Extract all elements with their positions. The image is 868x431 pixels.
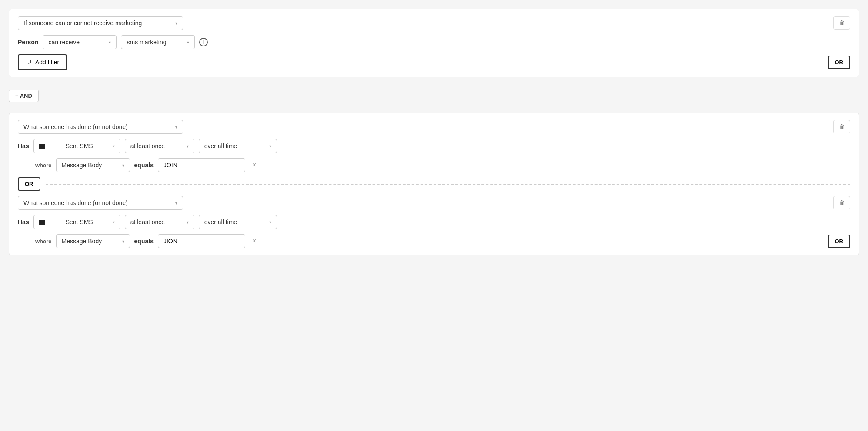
block3-where-label: where xyxy=(35,238,52,245)
block2-condition-select[interactable]: What someone has done (or not done) ▾ xyxy=(18,120,183,134)
connector-line-1 xyxy=(35,79,35,86)
block2-or-button[interactable]: OR xyxy=(18,177,40,191)
block2-time-chevron: ▾ xyxy=(269,144,271,149)
block1-person-row: Person can receive ▾ sms marketing ▾ i xyxy=(18,35,850,49)
filter-block-1-inner: If someone can or cannot receive marketi… xyxy=(9,9,859,77)
block2-time-label: over all time xyxy=(204,143,237,149)
block2-equals-label: equals xyxy=(134,162,154,169)
block1-marketing-chevron: ▾ xyxy=(187,40,189,45)
block2-where-label: where xyxy=(35,162,52,169)
block1-condition-select[interactable]: If someone can or cannot receive marketi… xyxy=(18,16,183,30)
block1-condition-chevron: ▾ xyxy=(175,21,177,26)
block2-where-row: where Message Body ▾ equals × xyxy=(18,158,850,172)
block2-or-divider: OR xyxy=(18,177,850,191)
block2-frequency-label: at least once xyxy=(130,143,165,149)
filter-block-2: What someone has done (or not done) ▾ 🗑 … xyxy=(9,113,859,255)
block2-clear-icon[interactable]: × xyxy=(250,160,259,170)
block2-value-input[interactable] xyxy=(158,158,245,172)
block1-can-receive-chevron: ▾ xyxy=(109,40,111,45)
block1-marketing-type-label: sms marketing xyxy=(127,39,166,46)
block3-delete-icon: 🗑 xyxy=(839,199,845,206)
block1-add-filter-label: Add filter xyxy=(35,59,59,66)
block1-or-button[interactable]: OR xyxy=(828,56,851,69)
block3-event-label: Sent SMS xyxy=(66,219,93,225)
block2-field-chevron: ▾ xyxy=(122,163,124,168)
block3-event-select[interactable]: Sent SMS ▾ xyxy=(33,215,120,229)
funnel-icon: ⛉ xyxy=(26,59,32,66)
block3-equals-label: equals xyxy=(134,238,154,245)
block3-field-chevron: ▾ xyxy=(122,239,124,244)
block1-delete-icon: 🗑 xyxy=(839,20,845,26)
block3-clear-icon[interactable]: × xyxy=(250,236,259,246)
connector-line-2 xyxy=(35,106,35,113)
block3-frequency-label: at least once xyxy=(130,219,165,225)
block1-can-receive-select[interactable]: can receive ▾ xyxy=(43,35,117,49)
block1-marketing-type-select[interactable]: sms marketing ▾ xyxy=(121,35,195,49)
and-section: + AND xyxy=(9,90,859,102)
block2-delete-button[interactable]: 🗑 xyxy=(833,120,850,133)
block2-event-select[interactable]: Sent SMS ▾ xyxy=(33,139,120,153)
block3-frequency-chevron: ▾ xyxy=(187,220,189,225)
block2-field-select[interactable]: Message Body ▾ xyxy=(56,158,130,172)
block3-delete-button[interactable]: 🗑 xyxy=(833,196,850,209)
block3-event-chevron: ▾ xyxy=(113,220,115,225)
block1-top-row: If someone can or cannot receive marketi… xyxy=(18,16,850,30)
block3-top-row: What someone has done (or not done) ▾ 🗑 xyxy=(18,196,850,210)
block2-condition-chevron: ▾ xyxy=(175,125,177,129)
block3-condition-label: What someone has done (or not done) xyxy=(23,199,128,206)
block3-has-row: Has Sent SMS ▾ at least once ▾ over all … xyxy=(18,215,850,229)
block3-condition-select[interactable]: What someone has done (or not done) ▾ xyxy=(18,196,183,210)
flag-icon-2 xyxy=(39,144,45,149)
block2-top-row: What someone has done (or not done) ▾ 🗑 xyxy=(18,120,850,134)
block3-frequency-select[interactable]: at least once ▾ xyxy=(125,215,194,229)
block2-event-label: Sent SMS xyxy=(66,143,93,149)
block3-where-row: where Message Body ▾ equals × OR xyxy=(18,234,850,248)
block2-delete-icon: 🗑 xyxy=(839,123,845,130)
block1-or-label: OR xyxy=(835,59,844,66)
block3-time-label: over all time xyxy=(204,219,237,225)
block2-has-row: Has Sent SMS ▾ at least once ▾ over all … xyxy=(18,139,850,153)
block3-has-label: Has xyxy=(18,219,29,225)
block1-add-filter-row: ⛉ Add filter OR xyxy=(18,54,850,70)
block2-event-chevron: ▾ xyxy=(113,144,115,149)
block1-condition-label: If someone can or cannot receive marketi… xyxy=(23,20,142,27)
block2-frequency-chevron: ▾ xyxy=(187,144,189,149)
block3-condition-chevron: ▾ xyxy=(175,201,177,206)
block2-or-divider-line xyxy=(46,184,851,185)
and-button-label: + AND xyxy=(15,93,32,99)
block1-can-receive-label: can receive xyxy=(48,39,80,46)
block2-frequency-select[interactable]: at least once ▾ xyxy=(125,139,194,153)
filter-block-2-inner: What someone has done (or not done) ▾ 🗑 … xyxy=(9,113,859,255)
block2-or-label: OR xyxy=(25,181,33,187)
block3-time-chevron: ▾ xyxy=(269,220,271,225)
block3-field-select[interactable]: Message Body ▾ xyxy=(56,234,130,248)
block3-field-label: Message Body xyxy=(62,238,102,245)
block1-person-label: Person xyxy=(18,39,38,46)
flag-icon-3 xyxy=(39,220,45,225)
filter-block-1: If someone can or cannot receive marketi… xyxy=(9,9,859,77)
block3-or-button[interactable]: OR xyxy=(828,235,851,248)
block3-inner: What someone has done (or not done) ▾ 🗑 … xyxy=(18,196,850,248)
block3-time-select[interactable]: over all time ▾ xyxy=(199,215,277,229)
block1-delete-button[interactable]: 🗑 xyxy=(833,16,850,30)
and-button[interactable]: + AND xyxy=(9,90,39,102)
block1-add-filter-button[interactable]: ⛉ Add filter xyxy=(18,54,67,70)
block2-time-select[interactable]: over all time ▾ xyxy=(199,139,277,153)
block2-has-label: Has xyxy=(18,143,29,149)
block1-info-icon[interactable]: i xyxy=(199,38,208,46)
block3-value-input[interactable] xyxy=(158,234,245,248)
block2-field-label: Message Body xyxy=(62,162,102,169)
block2-condition-label: What someone has done (or not done) xyxy=(23,123,128,130)
block3-or-label: OR xyxy=(835,238,844,245)
